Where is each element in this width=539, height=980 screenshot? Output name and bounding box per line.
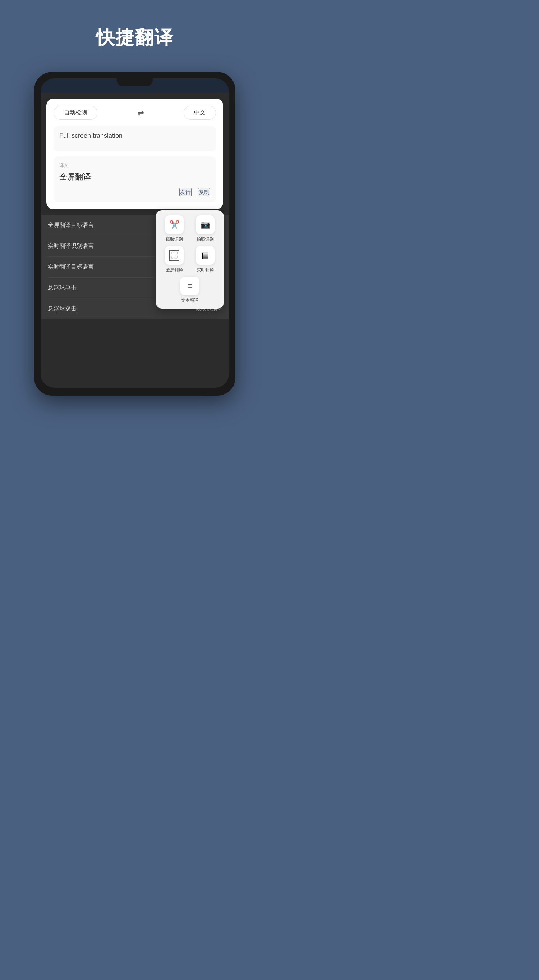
- capture-icon-box: ✂️: [165, 215, 184, 234]
- text-translate-label: 文本翻译: [181, 298, 198, 304]
- settings-label-realtime-source: 实时翻译识别语言: [48, 242, 94, 250]
- target-lang-button[interactable]: 中文: [184, 106, 216, 120]
- quick-action-popup: ✂️ 截取识别 📷 拍照识别 ⛶ 全屏翻译: [155, 210, 224, 309]
- photo-icon: 📷: [200, 220, 210, 229]
- realtime-label: 实时翻译: [197, 267, 214, 273]
- capture-icon: ✂️: [170, 220, 179, 229]
- lang-row: 自动检测 ⇌ 中文: [54, 106, 216, 120]
- fullscreen-icon: ⛶: [169, 250, 179, 261]
- capture-label: 截取识别: [166, 236, 183, 242]
- settings-label-fullscreen-target: 全屏翻译目标语言: [48, 221, 94, 229]
- photo-icon-box: 📷: [196, 215, 214, 234]
- translator-card: 自动检测 ⇌ 中文 Full screen translation 译文 全屏翻…: [46, 99, 223, 209]
- quick-action-grid: ✂️ 截取识别 📷 拍照识别 ⛶ 全屏翻译: [161, 215, 219, 273]
- photo-label: 拍照识别: [197, 236, 214, 242]
- realtime-icon: ▤: [201, 251, 209, 260]
- input-area[interactable]: Full screen translation: [54, 126, 216, 151]
- source-lang-button[interactable]: 自动检测: [54, 106, 97, 120]
- realtime-icon-box: ▤: [196, 246, 214, 265]
- phone-notch: [117, 78, 153, 86]
- result-area: 译文 全屏翻译 发音 复制: [54, 156, 216, 202]
- quick-action-fullscreen[interactable]: ⛶ 全屏翻译: [161, 246, 188, 273]
- fullscreen-label: 全屏翻译: [166, 267, 183, 273]
- quick-action-capture[interactable]: ✂️ 截取识别: [161, 215, 188, 242]
- text-translate-icon-box: ≡: [181, 277, 199, 295]
- result-text: 全屏翻译: [59, 172, 210, 182]
- swap-icon[interactable]: ⇌: [138, 108, 144, 117]
- page-title: 快捷翻译: [96, 25, 174, 50]
- input-text: Full screen translation: [59, 132, 122, 139]
- result-label: 译文: [59, 162, 210, 169]
- text-translate-icon: ≡: [187, 281, 192, 291]
- copy-button[interactable]: 复制: [198, 188, 210, 196]
- fullscreen-icon-box: ⛶: [165, 246, 184, 265]
- pronounce-button[interactable]: 发音: [179, 188, 192, 196]
- phone-frame: 自动检测 ⇌ 中文 Full screen translation 译文 全屏翻…: [34, 72, 235, 396]
- settings-label-float-double: 悬浮球双击: [48, 305, 76, 312]
- settings-label-realtime-target: 实时翻译目标语言: [48, 263, 94, 271]
- settings-label-float-single: 悬浮球单击: [48, 284, 76, 292]
- quick-action-text-translate[interactable]: ≡ 文本翻译: [161, 277, 219, 304]
- result-actions: 发音 复制: [59, 188, 210, 196]
- quick-action-photo[interactable]: 📷 拍照识别: [192, 215, 219, 242]
- quick-action-realtime[interactable]: ▤ 实时翻译: [192, 246, 219, 273]
- phone-notch-bar: [41, 78, 229, 93]
- phone-inner: 自动检测 ⇌ 中文 Full screen translation 译文 全屏翻…: [41, 78, 229, 388]
